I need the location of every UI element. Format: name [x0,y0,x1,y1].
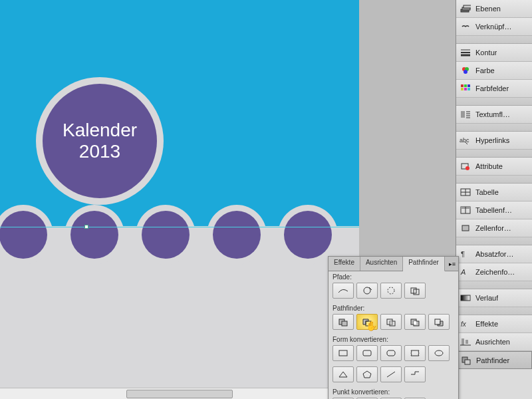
panel-verknuepf[interactable]: Verknüpf… [456,18,532,36]
paths-row [329,281,458,303]
panel-separator [456,98,532,106]
scrollbar-thumb[interactable] [126,390,233,398]
svg-rect-29 [462,225,469,231]
effects-icon: fx [460,319,471,329]
shape-triangle-button[interactable] [332,366,354,382]
panel-verlauf[interactable]: Verlauf [456,289,532,307]
tab-ausrichten[interactable]: Ausrichten [360,257,403,271]
panel-separator [456,281,532,289]
svg-rect-34 [462,338,464,345]
gradient-icon [460,293,471,303]
panel-kontur[interactable]: Kontur [456,44,532,62]
panel-hyperlinks[interactable]: abcHyperlinks [456,132,532,150]
parastyles-icon: ¶ [460,249,471,259]
tab-pathfinder[interactable]: Pathfinder [403,257,445,271]
circle-5[interactable] [284,211,332,259]
pathfinder-add-button[interactable] [332,314,354,330]
shape-roundrect-button[interactable] [356,345,378,361]
pathfinder-intersect-button[interactable] [380,314,402,330]
pathfinder-subtract-button[interactable]: ✋ [356,314,378,330]
panel-menu-icon[interactable]: ▸≡ [446,257,458,271]
links-icon [460,21,471,32]
panel-tabelle[interactable]: Tabelle [456,184,532,201]
svg-rect-13 [464,88,467,90]
panel-ausrichten[interactable]: Ausrichten [456,333,532,351]
shape-ellipse-button[interactable] [428,345,450,361]
panel-tabellenf[interactable]: Tabellenf… [456,201,532,219]
svg-point-39 [364,287,370,294]
svg-rect-14 [467,88,470,90]
panel-textumfl[interactable]: Textumfl… [456,106,532,124]
panel-tabs: Effekte Ausrichten Pathfinder ▸≡ [329,257,458,271]
textwrap-icon [460,109,471,120]
shape-orthline-button[interactable] [404,366,426,382]
big-circle[interactable]: Kalender 2013 [43,84,157,198]
stroke-icon [460,47,471,58]
horizontal-scrollbar[interactable] [0,388,359,399]
panel-pathfinder[interactable]: Pathfinder [456,351,532,369]
pathfinder-row: ✋ [329,313,458,334]
svg-rect-45 [342,321,347,326]
path-close-button[interactable] [380,283,402,299]
circle-1[interactable] [0,211,47,259]
title-line-1: Kalender [63,120,137,141]
tab-effekte[interactable]: Effekte [329,257,360,271]
shape-bevelrect-button[interactable] [380,345,402,361]
svg-rect-53 [435,319,440,325]
shape-line-button[interactable] [380,366,402,382]
panel-zellenfor[interactable]: Zellenfor… [456,219,532,237]
panel-separator [456,36,532,44]
convertshape-row-1 [329,344,458,365]
panel-farbe[interactable]: Farbe [456,62,532,80]
panel-ebenen[interactable]: Ebenen [456,0,532,18]
path-join-button[interactable] [332,283,354,299]
section-pathfinder-label: Pathfinder: [329,303,458,313]
svg-rect-54 [339,350,347,356]
svg-rect-2 [464,5,471,8]
circle-2[interactable] [70,211,118,259]
shape-inverseround-button[interactable] [404,345,426,361]
section-paths-label: Pfade: [329,271,458,281]
svg-text:A: A [460,268,466,276]
panel-farbfelder[interactable]: Farbfelder [456,80,532,98]
panel-separator [456,307,532,315]
pathfinder-icon [460,355,472,366]
svg-rect-32 [461,295,470,301]
panel-separator [456,124,532,132]
convertshape-row-2 [329,365,458,386]
path-open-button[interactable] [356,283,378,299]
align-icon [460,336,471,347]
svg-rect-35 [466,340,468,344]
svg-point-56 [435,350,443,356]
svg-point-41 [388,287,394,294]
hyperlinks-icon: abc [460,135,471,146]
panel-separator [456,176,532,184]
pathfinder-exclude-button[interactable] [404,314,426,330]
circle-4[interactable] [213,211,261,259]
swatches-icon [460,83,471,94]
panel-absatzfor[interactable]: ¶Absatzfor… [456,245,532,263]
table-icon [460,187,471,198]
svg-point-8 [464,70,467,74]
color-icon [460,65,471,76]
pathfinder-floating-panel[interactable]: Effekte Ausrichten Pathfinder ▸≡ Pfade: … [328,256,459,399]
canvas-area[interactable]: Kalender 2013 [0,0,359,399]
svg-rect-49 [390,321,392,325]
tablestyles-icon [460,205,471,215]
panel-effekte[interactable]: fxEffekte [456,315,532,333]
cellstyles-icon [460,223,471,233]
path-reverse-button[interactable] [404,283,426,299]
svg-point-22 [466,166,469,170]
svg-rect-10 [464,84,467,87]
pathfinder-minusback-button[interactable] [428,314,450,330]
small-circles-row [0,206,359,259]
shape-rect-button[interactable] [332,345,354,361]
svg-text:abc: abc [460,137,469,144]
shape-polygon-button[interactable] [356,366,378,382]
selection-handle[interactable] [84,225,88,229]
panel-attribute[interactable]: Attribute [456,158,532,176]
layers-icon [460,3,471,14]
svg-rect-11 [467,84,470,87]
panel-zeichenfo[interactable]: AZeichenfo… [456,263,532,281]
circle-3[interactable] [142,211,190,259]
